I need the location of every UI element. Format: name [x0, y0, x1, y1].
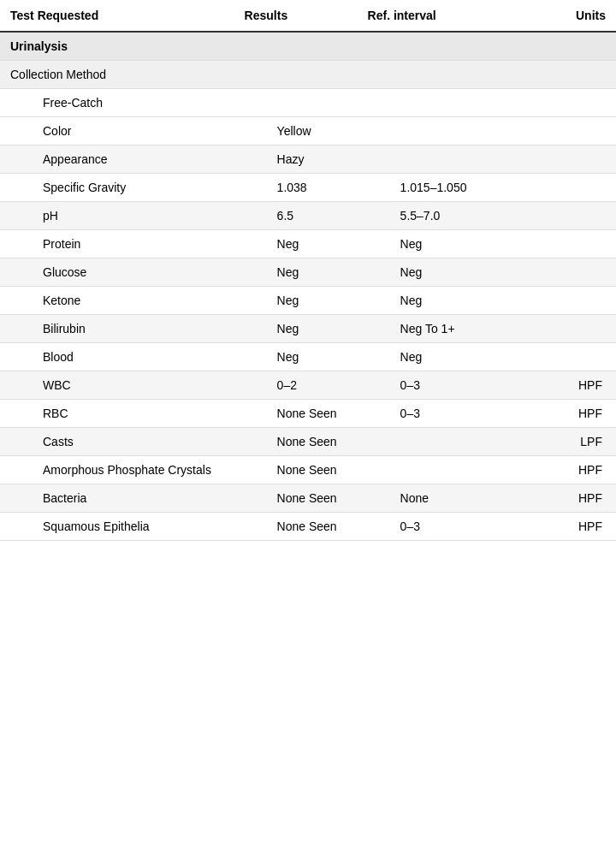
test-result: Neg [234, 343, 358, 371]
table-row: Ketone Neg Neg [0, 287, 616, 315]
test-name: RBC [0, 400, 234, 428]
test-ref: 0–3 [358, 400, 512, 428]
test-result: 6.5 [234, 202, 358, 230]
table-row: Protein Neg Neg [0, 230, 616, 258]
test-result: None Seen [234, 428, 358, 456]
test-name: Specific Gravity [0, 174, 234, 202]
col-header-units: Units [512, 0, 616, 32]
col-header-test: Test Requested [0, 0, 234, 32]
test-name: Amorphous Phosphate Crystals [0, 456, 234, 484]
lab-results-table: Test Requested Results Ref. interval Uni… [0, 0, 616, 541]
col-header-results: Results [234, 0, 358, 32]
test-name: Casts [0, 428, 234, 456]
test-units: HPF [512, 513, 616, 541]
test-ref: Neg [358, 258, 512, 287]
test-units [512, 343, 616, 371]
test-units: HPF [512, 456, 616, 484]
test-result: Hazy [234, 145, 358, 174]
test-units [512, 202, 616, 230]
test-name: Bacteria [0, 484, 234, 513]
test-result: Neg [234, 230, 358, 258]
test-ref: Neg [358, 287, 512, 315]
test-ref: 1.015–1.050 [358, 174, 512, 202]
test-ref: None [358, 484, 512, 513]
test-result: None Seen [234, 400, 358, 428]
table-row: Specific Gravity 1.038 1.015–1.050 [0, 174, 616, 202]
test-result: 1.038 [234, 174, 358, 202]
table-row: Color Yellow [0, 117, 616, 145]
test-name: Glucose [0, 258, 234, 287]
test-result: Yellow [234, 117, 358, 145]
table-row: pH 6.5 5.5–7.0 [0, 202, 616, 230]
test-ref: 5.5–7.0 [358, 202, 512, 230]
test-units [512, 258, 616, 287]
table-row: Collection Method [0, 61, 616, 89]
test-name: Squamous Epithelia [0, 513, 234, 541]
test-result: Neg [234, 287, 358, 315]
table-row: Squamous Epithelia None Seen 0–3 HPF [0, 513, 616, 541]
test-result: None Seen [234, 456, 358, 484]
test-name: Color [0, 117, 234, 145]
table-row: Urinalysis [0, 32, 616, 61]
test-name: Bilirubin [0, 315, 234, 343]
test-result: None Seen [234, 513, 358, 541]
test-name: Protein [0, 230, 234, 258]
sub-label-cell: Free-Catch [0, 89, 616, 117]
test-result: Neg [234, 315, 358, 343]
test-name: pH [0, 202, 234, 230]
table-row: Appearance Hazy [0, 145, 616, 174]
table-row: Blood Neg Neg [0, 343, 616, 371]
col-header-ref: Ref. interval [358, 0, 512, 32]
test-ref [358, 145, 512, 174]
test-ref [358, 428, 512, 456]
test-name: Blood [0, 343, 234, 371]
table-header-row: Test Requested Results Ref. interval Uni… [0, 0, 616, 32]
test-units [512, 315, 616, 343]
table-row: Bilirubin Neg Neg To 1+ [0, 315, 616, 343]
test-units: LPF [512, 428, 616, 456]
test-ref [358, 456, 512, 484]
test-units: HPF [512, 400, 616, 428]
test-name: Appearance [0, 145, 234, 174]
collection-method-label: Collection Method [0, 61, 616, 89]
test-name: WBC [0, 371, 234, 400]
test-ref: 0–3 [358, 513, 512, 541]
table-row: RBC None Seen 0–3 HPF [0, 400, 616, 428]
test-units [512, 287, 616, 315]
table-row: Glucose Neg Neg [0, 258, 616, 287]
test-ref: Neg To 1+ [358, 315, 512, 343]
test-ref: Neg [358, 343, 512, 371]
test-units [512, 117, 616, 145]
test-result: Neg [234, 258, 358, 287]
test-name: Ketone [0, 287, 234, 315]
table-row: Free-Catch [0, 89, 616, 117]
test-ref: 0–3 [358, 371, 512, 400]
test-units: HPF [512, 371, 616, 400]
test-units [512, 230, 616, 258]
test-units: HPF [512, 484, 616, 513]
table-row: Casts None Seen LPF [0, 428, 616, 456]
table-row: WBC 0–2 0–3 HPF [0, 371, 616, 400]
test-units [512, 174, 616, 202]
table-row: Amorphous Phosphate Crystals None Seen H… [0, 456, 616, 484]
section-header-label: Urinalysis [0, 32, 616, 61]
test-ref: Neg [358, 230, 512, 258]
test-ref [358, 117, 512, 145]
test-result: None Seen [234, 484, 358, 513]
table-row: Bacteria None Seen None HPF [0, 484, 616, 513]
test-result: 0–2 [234, 371, 358, 400]
test-units [512, 145, 616, 174]
